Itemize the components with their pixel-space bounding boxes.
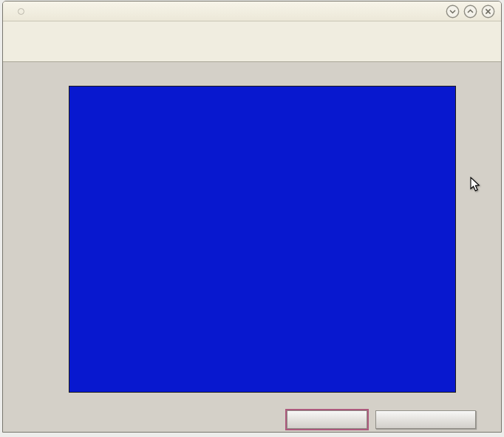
window-controls bbox=[446, 4, 495, 18]
figure-axes[interactable] bbox=[69, 86, 456, 393]
thermal-plate-image[interactable] bbox=[69, 87, 455, 392]
figure-canvas bbox=[3, 62, 501, 432]
minimize-button[interactable] bbox=[446, 4, 460, 18]
menu-bar bbox=[3, 21, 501, 38]
close-button[interactable] bbox=[481, 4, 495, 18]
mouse-cursor-icon bbox=[470, 177, 481, 192]
figure-window bbox=[2, 1, 502, 433]
retry-button[interactable] bbox=[287, 410, 367, 429]
title-bar[interactable] bbox=[3, 1, 501, 21]
figure-toolbar bbox=[3, 38, 501, 62]
close-icon bbox=[481, 4, 495, 18]
chevron-up-icon bbox=[463, 4, 477, 18]
continue-finish-button[interactable] bbox=[375, 410, 476, 429]
window-menu-icon[interactable] bbox=[18, 8, 24, 15]
chevron-down-icon bbox=[446, 4, 460, 18]
maximize-button[interactable] bbox=[463, 4, 477, 18]
screen bbox=[0, 0, 504, 437]
